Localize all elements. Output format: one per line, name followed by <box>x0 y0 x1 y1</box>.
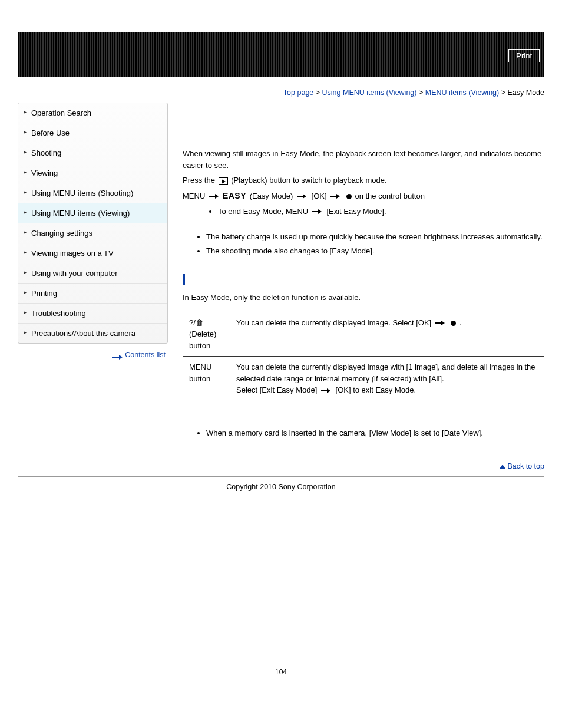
functions-intro: In Easy Mode, only the deletion function… <box>183 292 544 304</box>
arrow-icon <box>321 388 332 393</box>
arrow-icon <box>297 194 308 199</box>
notes-list: The battery charge is used up more quick… <box>206 231 544 256</box>
sidebar-item-menu-viewing[interactable]: Using MENU items (Viewing) <box>18 203 167 223</box>
sidebar-item-shooting[interactable]: Shooting <box>18 143 167 163</box>
end-easy-item: To end Easy Mode, MENU [Exit Easy Mode]. <box>218 206 544 218</box>
breadcrumb: Top page > Using MENU items (Viewing) > … <box>18 88 544 97</box>
back-to-top-wrap: Back to top <box>183 462 544 470</box>
sidebar: Operation Search Before Use Shooting Vie… <box>18 103 168 344</box>
sidebar-item-computer[interactable]: Using with your computer <box>18 263 167 284</box>
note-battery: The battery charge is used up more quick… <box>206 231 544 243</box>
breadcrumb-top[interactable]: Top page <box>283 88 313 97</box>
divider <box>183 137 544 137</box>
step-press-playback: Press the (Playback) button to switch to… <box>183 174 544 186</box>
sidebar-item-changing-settings[interactable]: Changing settings <box>18 223 167 243</box>
arrow-icon <box>330 194 341 199</box>
sidebar-item-operation-search[interactable]: Operation Search <box>18 103 167 123</box>
page-number: 104 <box>18 668 544 676</box>
print-button[interactable]: Print <box>508 49 540 62</box>
breadcrumb-l2[interactable]: MENU items (Viewing) <box>425 88 500 97</box>
arrow-icon <box>312 209 323 214</box>
end-easy-list: To end Easy Mode, MENU [Exit Easy Mode]. <box>218 206 544 218</box>
cell-delete-desc: You can delete the currently displayed i… <box>230 312 544 357</box>
playback-icon <box>219 177 228 185</box>
sidebar-item-menu-shooting[interactable]: Using MENU items (Shooting) <box>18 183 167 203</box>
cell-delete-button: ?/🗑 (Delete) button <box>183 312 230 357</box>
arrow-icon <box>435 321 446 325</box>
breadcrumb-current: Easy Mode <box>507 88 544 97</box>
sidebar-item-precautions[interactable]: Precautions/About this camera <box>18 324 167 343</box>
triangle-up-icon <box>500 465 505 469</box>
cell-menu-button: MENU button <box>183 357 230 401</box>
footer-divider <box>18 476 544 477</box>
sidebar-item-before-use[interactable]: Before Use <box>18 123 167 143</box>
header-banner: Print <box>18 32 544 77</box>
final-note-viewmode: When a memory card is inserted in the ca… <box>206 427 544 439</box>
section-bar <box>183 274 544 285</box>
final-notes: When a memory card is inserted in the ca… <box>206 427 544 439</box>
easy-icon: EASY <box>223 191 246 200</box>
contents-list-link-wrap: Contents list <box>18 351 166 359</box>
breadcrumb-l1[interactable]: Using MENU items (Viewing) <box>322 88 417 97</box>
sidebar-item-printing[interactable]: Printing <box>18 284 167 304</box>
sidebar-item-troubleshooting[interactable]: Troubleshooting <box>18 304 167 324</box>
note-shooting-mode: The shooting mode also changes to [Easy … <box>206 245 544 257</box>
arrow-right-icon <box>112 355 123 355</box>
contents-list-link[interactable]: Contents list <box>125 351 166 359</box>
copyright-text: Copyright 2010 Sony Corporation <box>18 483 544 491</box>
help-trash-icon: ?/🗑 <box>189 318 203 327</box>
center-button-icon <box>451 321 456 326</box>
center-button-icon <box>346 194 352 199</box>
step-menu-easy: MENU EASY (Easy Mode) [OK] on the contro… <box>183 190 544 202</box>
intro-text: When viewing still images in Easy Mode, … <box>183 148 544 171</box>
back-to-top-link[interactable]: Back to top <box>507 462 544 470</box>
arrow-icon <box>209 194 220 199</box>
sidebar-item-viewing[interactable]: Viewing <box>18 163 167 183</box>
sidebar-item-images-tv[interactable]: Viewing images on a TV <box>18 243 167 263</box>
table-row: MENU button You can delete the currently… <box>183 357 544 401</box>
table-row: ?/🗑 (Delete) button You can delete the c… <box>183 312 544 357</box>
main-content: When viewing still images in Easy Mode, … <box>183 103 544 474</box>
cell-menu-desc: You can delete the currently displayed i… <box>230 357 544 401</box>
functions-table: ?/🗑 (Delete) button You can delete the c… <box>183 312 544 401</box>
